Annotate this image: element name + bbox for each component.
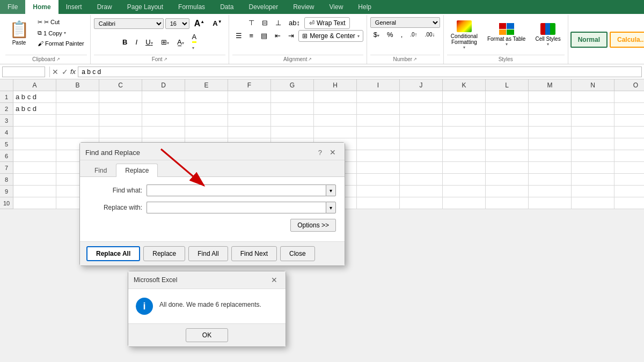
cell-j4[interactable] — [400, 127, 443, 138]
cell-l6[interactable] — [486, 150, 529, 162]
options-button[interactable]: Options >> — [290, 219, 336, 232]
col-header-i[interactable]: I — [357, 79, 400, 91]
cell-l9[interactable] — [486, 186, 529, 197]
cell-l8[interactable] — [486, 174, 529, 186]
col-header-d[interactable]: D — [142, 79, 185, 91]
cell-b1[interactable] — [56, 91, 99, 103]
cell-h1[interactable] — [314, 91, 357, 103]
find-next-button[interactable]: Find Next — [231, 246, 277, 261]
cell-m1[interactable] — [529, 91, 572, 103]
cell-i6[interactable] — [357, 150, 400, 162]
cell-e2[interactable] — [185, 103, 228, 115]
cell-a2[interactable]: a b c d — [13, 103, 56, 115]
col-header-f[interactable]: F — [228, 79, 271, 91]
tab-formulas[interactable]: Formulas — [171, 0, 213, 14]
find-what-input[interactable] — [147, 184, 326, 196]
cell-k10[interactable] — [443, 197, 486, 209]
replace-button[interactable]: Replace — [143, 246, 185, 261]
cell-m9[interactable] — [529, 186, 572, 197]
row-num-3[interactable]: 3 — [0, 115, 13, 127]
cell-n9[interactable] — [572, 186, 614, 197]
cell-e1[interactable] — [185, 91, 228, 103]
cell-n5[interactable] — [572, 138, 614, 150]
cell-f3[interactable] — [228, 115, 271, 127]
row-num-2[interactable]: 2 — [0, 103, 13, 115]
col-header-c[interactable]: C — [99, 79, 142, 91]
cell-i8[interactable] — [357, 174, 400, 186]
cell-j10[interactable] — [400, 197, 443, 209]
increase-indent-button[interactable]: ⇥ — [285, 30, 297, 42]
align-center-button[interactable]: ≡ — [246, 30, 257, 42]
cell-a1[interactable]: a b c d — [13, 91, 56, 103]
cell-j6[interactable] — [400, 150, 443, 162]
cell-g3[interactable] — [271, 115, 314, 127]
cell-m6[interactable] — [529, 150, 572, 162]
cell-o8[interactable] — [614, 174, 644, 186]
cell-o3[interactable] — [614, 115, 644, 127]
cell-g2[interactable] — [271, 103, 314, 115]
cell-k1[interactable] — [443, 91, 486, 103]
cell-j9[interactable] — [400, 186, 443, 197]
cell-c2[interactable] — [99, 103, 142, 115]
cell-i5[interactable] — [357, 138, 400, 150]
cell-g1[interactable] — [271, 91, 314, 103]
tab-draw[interactable]: Draw — [90, 0, 120, 14]
normal-style-box[interactable]: Normal — [570, 32, 608, 48]
text-direction-button[interactable]: ab↕ — [286, 17, 303, 29]
cell-l10[interactable] — [486, 197, 529, 209]
cell-a10[interactable] — [13, 197, 56, 209]
calculate-box[interactable]: Calcula... — [610, 32, 644, 48]
paste-button[interactable]: 📋 Paste — [5, 17, 33, 48]
cell-m5[interactable] — [529, 138, 572, 150]
col-header-m[interactable]: M — [529, 79, 572, 91]
cell-i3[interactable] — [357, 115, 400, 127]
cell-a9[interactable] — [13, 186, 56, 197]
cell-i7[interactable] — [357, 162, 400, 174]
cell-m2[interactable] — [529, 103, 572, 115]
dialog-help-icon[interactable]: ? — [318, 149, 322, 157]
border-button[interactable]: ⊞▾ — [158, 36, 172, 48]
col-header-n[interactable]: N — [572, 79, 614, 91]
percent-button[interactable]: % — [384, 29, 397, 40]
cell-d2[interactable] — [142, 103, 185, 115]
cell-c3[interactable] — [99, 115, 142, 127]
cell-n4[interactable] — [572, 127, 614, 138]
cell-a5[interactable] — [13, 138, 56, 150]
col-header-o[interactable]: O — [614, 79, 644, 91]
replace-all-button[interactable]: Replace All — [86, 246, 140, 261]
merge-center-button[interactable]: ⊞ Merge & Center ▾ — [298, 30, 363, 42]
alignment-expand-icon[interactable]: ↗ — [308, 57, 312, 62]
cell-m7[interactable] — [529, 162, 572, 174]
cell-m3[interactable] — [529, 115, 572, 127]
underline-button[interactable]: U▾ — [142, 36, 156, 48]
cell-l3[interactable] — [486, 115, 529, 127]
cell-a8[interactable] — [13, 174, 56, 186]
find-all-button[interactable]: Find All — [188, 246, 228, 261]
cell-i1[interactable] — [357, 91, 400, 103]
tab-help[interactable]: Help — [350, 0, 379, 14]
tab-developer[interactable]: Developer — [241, 0, 286, 14]
cell-j3[interactable] — [400, 115, 443, 127]
cell-k4[interactable] — [443, 127, 486, 138]
cell-m4[interactable] — [529, 127, 572, 138]
cell-l5[interactable] — [486, 138, 529, 150]
increase-font-button[interactable]: A▲ — [191, 17, 208, 30]
italic-button[interactable]: I — [133, 36, 141, 48]
bold-button[interactable]: B — [119, 36, 130, 48]
cell-a7[interactable] — [13, 162, 56, 174]
row-num-7[interactable]: 7 — [0, 162, 13, 174]
tab-review[interactable]: Review — [286, 0, 321, 14]
clipboard-expand-icon[interactable]: ↗ — [56, 57, 60, 62]
cell-n8[interactable] — [572, 174, 614, 186]
decrease-font-button[interactable]: A▼ — [209, 18, 225, 29]
row-num-8[interactable]: 8 — [0, 174, 13, 186]
copy-button[interactable]: ⧉ 1 Copy ▾ — [35, 28, 87, 38]
cell-n6[interactable] — [572, 150, 614, 162]
col-header-e[interactable]: E — [185, 79, 228, 91]
find-what-dropdown-button[interactable]: ▾ — [326, 184, 336, 196]
corner-cell[interactable] — [0, 79, 13, 91]
tab-view[interactable]: View — [322, 0, 351, 14]
cell-c4[interactable] — [99, 127, 142, 138]
cell-i9[interactable] — [357, 186, 400, 197]
top-align-button[interactable]: ⊤ — [245, 17, 258, 29]
